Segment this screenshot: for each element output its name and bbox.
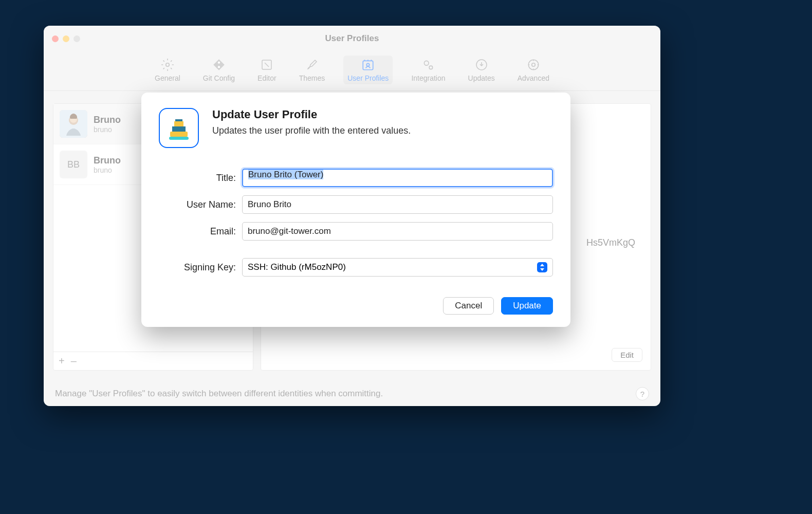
title-input[interactable]: Bruno Brito (Tower) — [242, 169, 553, 187]
preferences-toolbar: General Git Config Editor Themes User Pr… — [44, 51, 660, 91]
svg-rect-16 — [174, 121, 183, 126]
add-profile-button[interactable]: + — [59, 355, 65, 367]
signing-key-select[interactable]: SSH: Github (rM5ozNP0) — [242, 258, 553, 277]
gear-icon — [160, 58, 175, 72]
help-button[interactable]: ? — [636, 387, 649, 400]
username-label: User Name: — [159, 199, 236, 210]
email-label: Email: — [159, 226, 236, 237]
list-footer: + – — [53, 352, 253, 370]
svg-point-1 — [218, 62, 220, 64]
profile-name: Bruno — [94, 155, 121, 166]
profile-name: Bruno — [94, 115, 121, 125]
svg-rect-17 — [175, 119, 182, 121]
tab-updates[interactable]: Updates — [464, 56, 499, 84]
svg-point-0 — [166, 63, 170, 67]
signing-key-fragment: Hs5VmKgQ — [586, 237, 635, 248]
signing-key-label: Signing Key: — [159, 262, 236, 273]
svg-rect-18 — [169, 137, 189, 140]
cancel-button[interactable]: Cancel — [443, 297, 494, 315]
tab-general[interactable]: General — [151, 56, 184, 84]
svg-point-2 — [218, 66, 220, 68]
svg-point-9 — [528, 60, 539, 70]
cog-icon — [526, 58, 541, 72]
svg-point-6 — [425, 61, 429, 65]
svg-rect-4 — [363, 61, 374, 69]
email-input[interactable]: bruno@git-tower.com — [242, 222, 553, 241]
profile-icon — [361, 58, 375, 72]
chevron-updown-icon — [537, 262, 547, 272]
dialog-subtitle: Updates the user profile with the entere… — [212, 125, 411, 136]
tab-advanced[interactable]: Advanced — [513, 56, 553, 84]
avatar — [60, 110, 87, 138]
remove-profile-button[interactable]: – — [71, 355, 77, 367]
window-title: User Profiles — [44, 33, 660, 44]
gears-icon — [421, 58, 435, 72]
footer-help-text: Manage "User Profiles" to easily switch … — [55, 389, 383, 399]
app-icon — [159, 108, 199, 148]
titlebar: User Profiles — [44, 26, 660, 51]
username-input[interactable]: Bruno Brito — [242, 195, 553, 214]
profile-form: Title: Bruno Brito (Tower) User Name: Br… — [159, 169, 553, 277]
edit-button[interactable]: Edit — [612, 348, 642, 362]
title-label: Title: — [159, 173, 236, 183]
download-icon — [474, 58, 489, 72]
tab-editor[interactable]: Editor — [253, 56, 281, 84]
svg-point-10 — [532, 63, 536, 67]
tab-git-config[interactable]: Git Config — [199, 56, 239, 84]
tab-themes[interactable]: Themes — [295, 56, 329, 84]
dialog-title: Update User Profile — [212, 108, 411, 121]
dialog-actions: Cancel Update — [159, 297, 553, 315]
profile-email: bruno — [94, 166, 121, 174]
brush-icon — [305, 58, 319, 72]
editor-icon — [260, 58, 274, 72]
update-profile-dialog: Update User Profile Updates the user pro… — [141, 93, 570, 327]
tab-user-profiles[interactable]: User Profiles — [343, 56, 393, 84]
profile-email: bruno — [94, 125, 121, 134]
tab-integration[interactable]: Integration — [407, 56, 449, 84]
footer: Manage "User Profiles" to easily switch … — [44, 379, 660, 406]
svg-point-7 — [430, 66, 433, 69]
avatar: BB — [60, 151, 87, 178]
svg-point-5 — [367, 63, 370, 66]
update-button[interactable]: Update — [501, 297, 553, 315]
git-icon — [212, 58, 226, 72]
svg-rect-14 — [170, 132, 188, 137]
svg-rect-15 — [172, 126, 186, 132]
